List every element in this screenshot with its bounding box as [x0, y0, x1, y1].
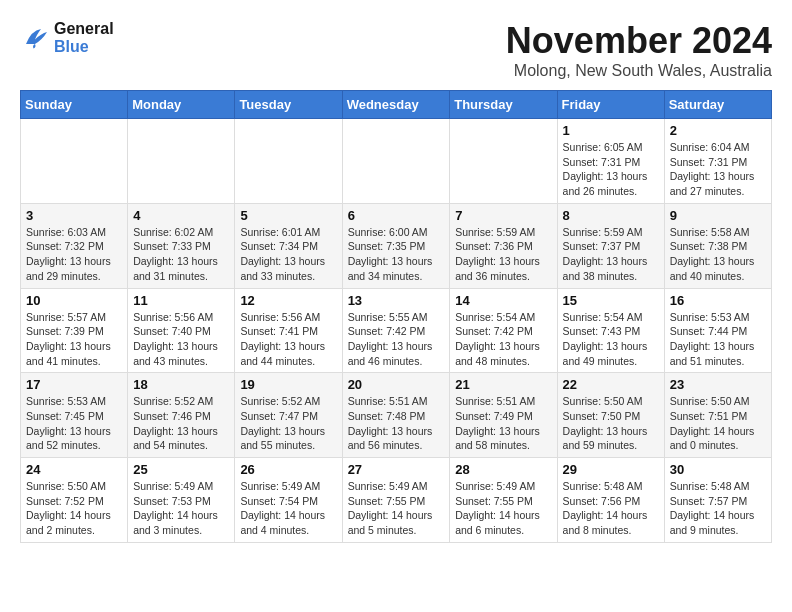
logo: General Blue [20, 20, 114, 56]
calendar-cell: 13Sunrise: 5:55 AM Sunset: 7:42 PM Dayli… [342, 288, 450, 373]
day-info: Sunrise: 5:50 AM Sunset: 7:50 PM Dayligh… [563, 394, 659, 453]
calendar-cell: 30Sunrise: 5:48 AM Sunset: 7:57 PM Dayli… [664, 458, 771, 543]
day-number: 19 [240, 377, 336, 392]
calendar-cell: 9Sunrise: 5:58 AM Sunset: 7:38 PM Daylig… [664, 203, 771, 288]
day-number: 1 [563, 123, 659, 138]
calendar-weekday-header: Saturday [664, 91, 771, 119]
day-number: 6 [348, 208, 445, 223]
calendar-header-row: SundayMondayTuesdayWednesdayThursdayFrid… [21, 91, 772, 119]
day-info: Sunrise: 5:54 AM Sunset: 7:43 PM Dayligh… [563, 310, 659, 369]
calendar-week-row: 17Sunrise: 5:53 AM Sunset: 7:45 PM Dayli… [21, 373, 772, 458]
day-number: 2 [670, 123, 766, 138]
calendar-cell: 4Sunrise: 6:02 AM Sunset: 7:33 PM Daylig… [128, 203, 235, 288]
title-block: November 2024 Molong, New South Wales, A… [506, 20, 772, 80]
calendar-cell: 16Sunrise: 5:53 AM Sunset: 7:44 PM Dayli… [664, 288, 771, 373]
day-info: Sunrise: 5:48 AM Sunset: 7:56 PM Dayligh… [563, 479, 659, 538]
day-number: 24 [26, 462, 122, 477]
day-info: Sunrise: 5:56 AM Sunset: 7:40 PM Dayligh… [133, 310, 229, 369]
day-number: 10 [26, 293, 122, 308]
calendar-cell: 25Sunrise: 5:49 AM Sunset: 7:53 PM Dayli… [128, 458, 235, 543]
calendar-weekday-header: Sunday [21, 91, 128, 119]
day-number: 27 [348, 462, 445, 477]
day-number: 15 [563, 293, 659, 308]
day-info: Sunrise: 5:59 AM Sunset: 7:36 PM Dayligh… [455, 225, 551, 284]
calendar-week-row: 3Sunrise: 6:03 AM Sunset: 7:32 PM Daylig… [21, 203, 772, 288]
calendar-weekday-header: Wednesday [342, 91, 450, 119]
calendar-table: SundayMondayTuesdayWednesdayThursdayFrid… [20, 90, 772, 543]
day-number: 9 [670, 208, 766, 223]
day-info: Sunrise: 5:50 AM Sunset: 7:51 PM Dayligh… [670, 394, 766, 453]
day-number: 17 [26, 377, 122, 392]
day-number: 8 [563, 208, 659, 223]
calendar-weekday-header: Friday [557, 91, 664, 119]
day-number: 29 [563, 462, 659, 477]
calendar-cell: 2Sunrise: 6:04 AM Sunset: 7:31 PM Daylig… [664, 119, 771, 204]
day-number: 22 [563, 377, 659, 392]
day-number: 21 [455, 377, 551, 392]
calendar-cell: 17Sunrise: 5:53 AM Sunset: 7:45 PM Dayli… [21, 373, 128, 458]
day-number: 7 [455, 208, 551, 223]
day-info: Sunrise: 6:04 AM Sunset: 7:31 PM Dayligh… [670, 140, 766, 199]
calendar-cell: 22Sunrise: 5:50 AM Sunset: 7:50 PM Dayli… [557, 373, 664, 458]
day-number: 12 [240, 293, 336, 308]
calendar-cell: 18Sunrise: 5:52 AM Sunset: 7:46 PM Dayli… [128, 373, 235, 458]
day-number: 26 [240, 462, 336, 477]
calendar-week-row: 10Sunrise: 5:57 AM Sunset: 7:39 PM Dayli… [21, 288, 772, 373]
day-number: 11 [133, 293, 229, 308]
calendar-cell: 7Sunrise: 5:59 AM Sunset: 7:36 PM Daylig… [450, 203, 557, 288]
calendar-cell: 28Sunrise: 5:49 AM Sunset: 7:55 PM Dayli… [450, 458, 557, 543]
calendar-cell: 10Sunrise: 5:57 AM Sunset: 7:39 PM Dayli… [21, 288, 128, 373]
calendar-cell: 23Sunrise: 5:50 AM Sunset: 7:51 PM Dayli… [664, 373, 771, 458]
day-info: Sunrise: 5:49 AM Sunset: 7:54 PM Dayligh… [240, 479, 336, 538]
calendar-weekday-header: Tuesday [235, 91, 342, 119]
day-info: Sunrise: 5:49 AM Sunset: 7:55 PM Dayligh… [348, 479, 445, 538]
calendar-cell: 6Sunrise: 6:00 AM Sunset: 7:35 PM Daylig… [342, 203, 450, 288]
calendar-cell: 11Sunrise: 5:56 AM Sunset: 7:40 PM Dayli… [128, 288, 235, 373]
day-info: Sunrise: 5:53 AM Sunset: 7:44 PM Dayligh… [670, 310, 766, 369]
day-number: 25 [133, 462, 229, 477]
calendar-cell: 29Sunrise: 5:48 AM Sunset: 7:56 PM Dayli… [557, 458, 664, 543]
day-number: 3 [26, 208, 122, 223]
calendar-cell: 21Sunrise: 5:51 AM Sunset: 7:49 PM Dayli… [450, 373, 557, 458]
day-number: 16 [670, 293, 766, 308]
calendar-cell [450, 119, 557, 204]
calendar-week-row: 1Sunrise: 6:05 AM Sunset: 7:31 PM Daylig… [21, 119, 772, 204]
day-number: 20 [348, 377, 445, 392]
calendar-cell: 12Sunrise: 5:56 AM Sunset: 7:41 PM Dayli… [235, 288, 342, 373]
calendar-cell: 26Sunrise: 5:49 AM Sunset: 7:54 PM Dayli… [235, 458, 342, 543]
logo-text: General Blue [54, 20, 114, 56]
calendar-weekday-header: Monday [128, 91, 235, 119]
calendar-cell [235, 119, 342, 204]
day-info: Sunrise: 5:48 AM Sunset: 7:57 PM Dayligh… [670, 479, 766, 538]
day-info: Sunrise: 5:49 AM Sunset: 7:55 PM Dayligh… [455, 479, 551, 538]
logo-icon [20, 23, 50, 53]
day-number: 23 [670, 377, 766, 392]
day-info: Sunrise: 5:56 AM Sunset: 7:41 PM Dayligh… [240, 310, 336, 369]
day-info: Sunrise: 5:57 AM Sunset: 7:39 PM Dayligh… [26, 310, 122, 369]
calendar-cell: 5Sunrise: 6:01 AM Sunset: 7:34 PM Daylig… [235, 203, 342, 288]
day-number: 5 [240, 208, 336, 223]
calendar-cell: 15Sunrise: 5:54 AM Sunset: 7:43 PM Dayli… [557, 288, 664, 373]
location: Molong, New South Wales, Australia [506, 62, 772, 80]
calendar-weekday-header: Thursday [450, 91, 557, 119]
day-info: Sunrise: 5:51 AM Sunset: 7:48 PM Dayligh… [348, 394, 445, 453]
day-info: Sunrise: 5:49 AM Sunset: 7:53 PM Dayligh… [133, 479, 229, 538]
calendar-cell: 1Sunrise: 6:05 AM Sunset: 7:31 PM Daylig… [557, 119, 664, 204]
calendar-cell: 14Sunrise: 5:54 AM Sunset: 7:42 PM Dayli… [450, 288, 557, 373]
day-info: Sunrise: 5:52 AM Sunset: 7:46 PM Dayligh… [133, 394, 229, 453]
day-info: Sunrise: 5:54 AM Sunset: 7:42 PM Dayligh… [455, 310, 551, 369]
calendar-week-row: 24Sunrise: 5:50 AM Sunset: 7:52 PM Dayli… [21, 458, 772, 543]
calendar-cell: 3Sunrise: 6:03 AM Sunset: 7:32 PM Daylig… [21, 203, 128, 288]
day-info: Sunrise: 6:01 AM Sunset: 7:34 PM Dayligh… [240, 225, 336, 284]
day-number: 14 [455, 293, 551, 308]
day-info: Sunrise: 6:05 AM Sunset: 7:31 PM Dayligh… [563, 140, 659, 199]
day-info: Sunrise: 5:53 AM Sunset: 7:45 PM Dayligh… [26, 394, 122, 453]
day-number: 18 [133, 377, 229, 392]
day-info: Sunrise: 6:02 AM Sunset: 7:33 PM Dayligh… [133, 225, 229, 284]
calendar-cell [128, 119, 235, 204]
day-info: Sunrise: 5:55 AM Sunset: 7:42 PM Dayligh… [348, 310, 445, 369]
day-info: Sunrise: 5:52 AM Sunset: 7:47 PM Dayligh… [240, 394, 336, 453]
day-number: 4 [133, 208, 229, 223]
day-info: Sunrise: 6:00 AM Sunset: 7:35 PM Dayligh… [348, 225, 445, 284]
calendar-cell: 27Sunrise: 5:49 AM Sunset: 7:55 PM Dayli… [342, 458, 450, 543]
